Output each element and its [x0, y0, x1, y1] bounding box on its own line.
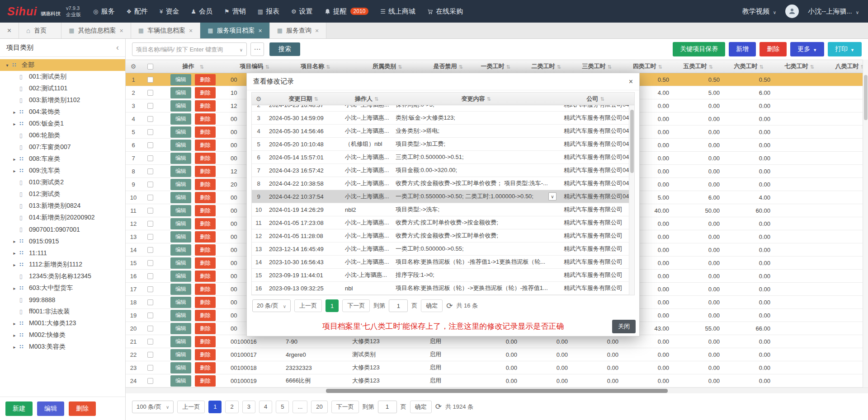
more-button[interactable]: 更多	[790, 42, 824, 56]
delete-row-button[interactable]: 删除	[195, 153, 216, 164]
edit-row-button[interactable]: 编辑	[170, 375, 191, 387]
tab[interactable]: 服务项目档案	[200, 23, 269, 38]
search-button[interactable]: 搜索	[269, 42, 300, 56]
row-checkbox[interactable]	[147, 247, 153, 253]
row-checkbox[interactable]	[147, 326, 153, 331]
row-checkbox[interactable]	[147, 273, 153, 279]
tree-item[interactable]: 001:测试类别	[0, 71, 125, 83]
next-page-button[interactable]: 下一页	[342, 299, 370, 312]
delete-row-button[interactable]: 删除	[195, 257, 216, 269]
record-row[interactable]: 2 2024-10-23 16:48:37 小沈--上海驷惠... 保养周期:0…	[252, 105, 634, 112]
nav-reminders[interactable]: 提醒 2010	[319, 0, 375, 23]
record-row[interactable]: 13 2023-12-14 16:45:49 小沈--上海驷惠... 一类工时:…	[252, 243, 634, 256]
row-checkbox[interactable]	[147, 313, 153, 318]
edit-row-button[interactable]: 编辑	[170, 218, 191, 229]
tree-item[interactable]: M002:快修类	[0, 329, 125, 341]
column-header[interactable]: 五类工时	[673, 60, 723, 73]
tree-item[interactable]: 012:测试类	[0, 188, 125, 200]
tree-item[interactable]: M003:美容类	[0, 341, 125, 353]
edit-row-button[interactable]: 编辑	[170, 323, 191, 334]
row-checkbox[interactable]	[147, 208, 153, 214]
column-header[interactable]: 变更日期	[265, 93, 341, 105]
tree-item[interactable]: 0907001:0907001	[0, 224, 125, 235]
delete-row-button[interactable]: 删除	[195, 336, 216, 347]
page-button[interactable]: 2	[225, 401, 238, 413]
close-modal-button[interactable]: 关闭	[612, 320, 636, 333]
record-row[interactable]: 16 2023-09-13 09:32:25 nbl 项目名称:更换挡泥板（轮）…	[252, 282, 634, 295]
refresh-icon[interactable]	[446, 301, 453, 311]
row-checkbox[interactable]	[147, 103, 153, 109]
delete-button[interactable]: 删除	[760, 42, 787, 56]
record-row[interactable]: 15 2023-09-19 11:44:01 小沈-上海驷惠... 排序字段:1…	[252, 269, 634, 282]
column-header[interactable]: 变更内容	[392, 93, 560, 105]
tree-item[interactable]: 11:111	[0, 247, 125, 259]
horizontal-scrollbar[interactable]	[126, 387, 868, 393]
search-input[interactable]	[136, 46, 240, 53]
row-checkbox[interactable]	[147, 221, 153, 227]
advanced-search-button[interactable]	[250, 42, 264, 56]
tree-item[interactable]: 003:新增类别1102	[0, 94, 125, 106]
nav-reports[interactable]: 报表	[252, 0, 285, 23]
record-row[interactable]: 14 2023-10-30 16:56:43 小沈--上海驷惠... 项目名称:…	[252, 256, 634, 269]
delete-row-button[interactable]: 删除	[195, 166, 216, 177]
print-button[interactable]: 打印	[828, 42, 862, 56]
tutorial-video-link[interactable]: 教学视频	[741, 0, 778, 23]
edit-row-button[interactable]: 编辑	[170, 310, 191, 321]
row-checkbox[interactable]	[147, 142, 153, 148]
delete-row-button[interactable]: 删除	[195, 74, 216, 85]
expand-row-icon[interactable]	[548, 192, 557, 201]
delete-row-button[interactable]: 删除	[195, 362, 216, 373]
record-row[interactable]: 12 2024-01-05 11:28:08 小沈--上海驷惠... 收费方式:…	[252, 229, 634, 243]
tab[interactable]: 车辆信息档案	[131, 23, 200, 38]
delete-category-button[interactable]: 删除	[69, 401, 96, 416]
edit-row-button[interactable]: 编辑	[170, 349, 191, 360]
record-row[interactable]: 3 2024-05-30 14:59:09 小沈--上海驷惠... 类别:钣金-…	[252, 112, 634, 125]
table-row[interactable]: 22 编辑 删除 00100017 4rgere0 测试类别 启用 0.00	[126, 348, 868, 361]
page-button[interactable]: 4	[259, 401, 272, 413]
edit-row-button[interactable]: 编辑	[170, 126, 191, 138]
tree-item[interactable]: 004:装饰类	[0, 106, 125, 118]
edit-row-button[interactable]: 编辑	[170, 153, 191, 164]
search-box[interactable]	[132, 42, 247, 56]
page-button[interactable]: 1	[326, 299, 339, 312]
tree-item[interactable]: 013:新增类别0824	[0, 200, 125, 212]
column-header[interactable]: 公司	[560, 93, 631, 105]
column-header[interactable]: 是否禁用	[426, 60, 470, 73]
column-header[interactable]: 六类工时	[723, 60, 774, 73]
nav-funds[interactable]: 资金	[154, 0, 185, 23]
edit-row-button[interactable]: 编辑	[170, 74, 191, 85]
row-checkbox[interactable]	[147, 129, 153, 135]
scrollbar-thumb[interactable]	[326, 389, 667, 393]
edit-row-button[interactable]: 编辑	[170, 179, 191, 190]
row-checkbox[interactable]	[147, 90, 153, 96]
column-header[interactable]: 操作	[159, 60, 227, 73]
edit-row-button[interactable]: 编辑	[170, 166, 191, 177]
table-row[interactable]: 24 编辑 删除 00100019 6666比例 大修类123 启用 0.00	[126, 374, 868, 387]
delete-row-button[interactable]: 删除	[195, 271, 216, 282]
tree-item[interactable]: 12345:类别名称12345	[0, 271, 125, 282]
tab[interactable]: 首页	[19, 23, 61, 38]
column-header[interactable]: 项目编码	[227, 60, 282, 73]
key-project-maintain-button[interactable]: 关键项目保养	[673, 42, 725, 56]
tab-close-icon[interactable]	[315, 27, 319, 34]
row-checkbox[interactable]	[147, 116, 153, 122]
delete-row-button[interactable]: 删除	[195, 100, 216, 112]
record-row[interactable]: 8 2024-04-22 10:38:58 小沈--上海驷惠... 收费方式:按…	[252, 177, 634, 190]
user-menu[interactable]: 小沈--上海驷...	[806, 0, 861, 23]
next-page-button[interactable]: 下一页	[331, 401, 359, 413]
column-header[interactable]: 八类工时	[825, 60, 868, 73]
refresh-icon[interactable]	[435, 402, 442, 411]
row-checkbox[interactable]	[147, 155, 153, 161]
edit-row-button[interactable]: 编辑	[170, 336, 191, 347]
collapse-sidebar-icon[interactable]	[116, 43, 119, 52]
tree-item[interactable]: 010:测试类2	[0, 177, 125, 188]
row-checkbox[interactable]	[147, 378, 153, 384]
delete-row-button[interactable]: 删除	[195, 205, 216, 216]
column-header[interactable]: 四类工时	[622, 60, 673, 73]
row-checkbox[interactable]	[147, 182, 153, 187]
tree-item[interactable]: ff001:非法改装	[0, 306, 125, 317]
column-header[interactable]: 项目名称	[282, 60, 349, 73]
delete-row-button[interactable]: 删除	[195, 323, 216, 334]
goto-page-input[interactable]	[389, 299, 408, 312]
tree-item[interactable]: 008:车座类	[0, 153, 125, 165]
